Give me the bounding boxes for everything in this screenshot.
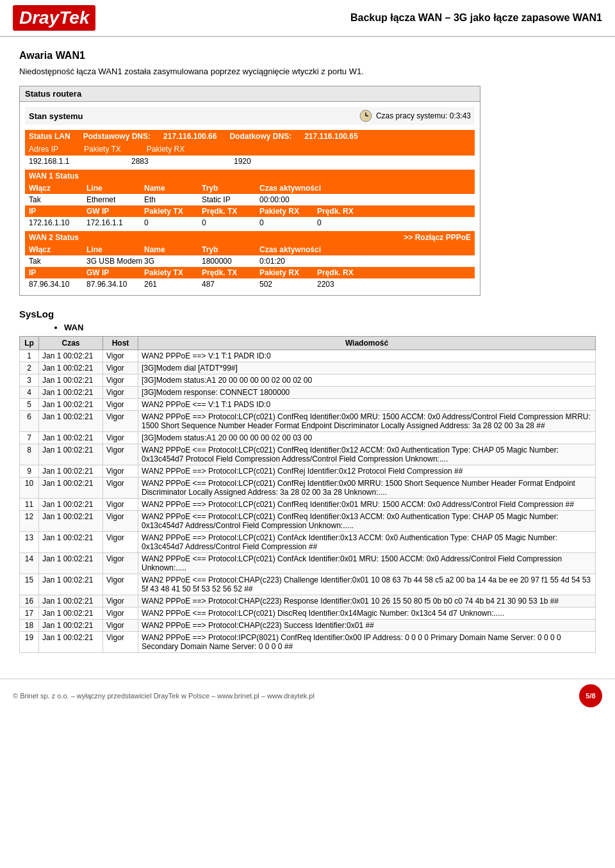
cell-czas: Jan 1 00:02:21: [39, 374, 103, 387]
cell-lp: 1: [20, 350, 39, 362]
wan2-wlacz-label: Włącz: [29, 245, 86, 254]
wan2-labels-row2: IP GW IP Pakiety TX Prędk. TX Pakiety RX…: [25, 267, 475, 278]
cell-czas: Jan 1 00:02:21: [39, 607, 103, 620]
pakiety-tx-header: Pakiety TX: [84, 145, 121, 154]
cell-lp: 13: [20, 532, 39, 553]
cell-czas: Jan 1 00:02:21: [39, 350, 103, 362]
wan1-labels-row: Włącz Line Name Tryb Czas aktywności: [25, 182, 475, 194]
wan2-name-val: 3G: [144, 257, 202, 266]
cell-msg: WAN2 PPPoE <== Protocol:LCP(c021) ConfRe…: [138, 478, 596, 499]
cell-czas: Jan 1 00:02:21: [39, 432, 103, 444]
cell-lp: 16: [20, 595, 39, 607]
wan1-header: WAN 1 Status: [25, 170, 475, 182]
wan1-labels-row2: IP GW IP Pakiety TX Prędk. TX Pakiety RX…: [25, 205, 475, 217]
primary-dns-value: 217.116.100.66: [163, 132, 217, 141]
status-lan-label: Status LAN: [29, 132, 70, 141]
cell-czas: Jan 1 00:02:21: [39, 478, 103, 499]
wan2-pakiety-tx-val: 261: [144, 280, 202, 289]
wan1-gw-ip-label: GW IP: [86, 207, 144, 216]
table-row: 8Jan 1 00:02:21VigorWAN2 PPPoE <== Proto…: [20, 444, 596, 465]
cell-msg: [3G]Modem status:A1 20 00 00 00 00 02 00…: [138, 432, 596, 444]
table-row: 10Jan 1 00:02:21VigorWAN2 PPPoE <== Prot…: [20, 478, 596, 499]
wan1-pakiety-rx-label: Pakiety RX: [259, 207, 317, 216]
cell-msg: WAN2 PPPoE <== Protocol:LCP(c021) ConfRe…: [138, 511, 596, 532]
cell-lp: 3: [20, 374, 39, 387]
wan2-tryb-val: 1800000: [202, 257, 259, 266]
logo-dray: Dray: [19, 8, 59, 28]
cell-host: Vigor: [103, 399, 138, 411]
wan1-name-val: Eth: [144, 195, 202, 204]
wan1-wlacz-label: Włącz: [29, 184, 86, 193]
cell-lp: 19: [20, 632, 39, 653]
wan2-labels-row: Włącz Line Name Tryb Czas aktywności: [25, 244, 475, 255]
section-awaria-title: Awaria WAN1: [19, 50, 596, 61]
cell-host: Vigor: [103, 499, 138, 511]
wan1-section: WAN 1 Status Włącz Line Name Tryb Czas a…: [25, 170, 475, 229]
secondary-dns-value: 217.116.100.65: [304, 132, 357, 141]
cell-host: Vigor: [103, 574, 138, 595]
wan1-pakiety-tx-label: Pakiety TX: [144, 207, 202, 216]
cell-msg: [3G]Modem response: CONNECT 1800000: [138, 387, 596, 399]
cell-lp: 2: [20, 362, 39, 374]
cell-host: Vigor: [103, 374, 138, 387]
cell-host: Vigor: [103, 478, 138, 499]
rozlacz-pppoe-label: >> Rozłącz PPPoE: [404, 233, 471, 242]
cell-host: Vigor: [103, 607, 138, 620]
cell-host: Vigor: [103, 553, 138, 574]
cell-lp: 10: [20, 478, 39, 499]
table-row: 9Jan 1 00:02:21VigorWAN2 PPPoE ==> Proto…: [20, 465, 596, 478]
wan2-line-val: 3G USB Modem: [86, 257, 144, 266]
cell-lp: 17: [20, 607, 39, 620]
cell-msg: WAN2 PPPoE ==> Protocol:CHAP(c223) Succe…: [138, 620, 596, 632]
logo: DrayTek: [13, 5, 95, 31]
secondary-dns-label: Dodatkowy DNS:: [229, 132, 291, 141]
wan2-name-label: Name: [144, 245, 202, 254]
wan1-czas-val: 00:00:00: [259, 195, 336, 204]
wan1-predk-rx-val: 0: [317, 218, 375, 227]
log-table: Lp Czas Host Wiadomość 1Jan 1 00:02:21Vi…: [19, 336, 596, 653]
table-row: 1Jan 1 00:02:21VigorWAN2 PPPoE ==> V:1 T…: [20, 350, 596, 362]
pakiety-rx-value: 1920: [234, 157, 251, 166]
cell-host: Vigor: [103, 632, 138, 653]
router-status-body: Stan systemu Czas pracy systemu: 0:3:43 …: [20, 102, 480, 295]
cell-msg: WAN2 PPPoE ==> Protocol:LCP(c021) ConfRe…: [138, 411, 596, 432]
cell-lp: 5: [20, 399, 39, 411]
table-row: 6Jan 1 00:02:21VigorWAN2 PPPoE ==> Proto…: [20, 411, 596, 432]
table-row: 4Jan 1 00:02:21Vigor[3G]Modem response: …: [20, 387, 596, 399]
wan1-values-row1: Tak Ethernet Eth Static IP 00:00:00: [25, 194, 475, 205]
wan1-header-label: WAN 1 Status: [29, 172, 79, 181]
page-header: DrayTek Backup łącza WAN – 3G jako łącze…: [0, 0, 615, 37]
cell-host: Vigor: [103, 511, 138, 532]
cell-lp: 15: [20, 574, 39, 595]
wan2-czas-val: 0:01:20: [259, 257, 336, 266]
wan2-predk-tx-label: Prędk. TX: [202, 268, 259, 277]
wan2-czas-label: Czas aktywności: [259, 245, 336, 254]
stan-systemu-label: Stan systemu: [29, 111, 83, 121]
intro-paragraph: Niedostępność łącza WAN1 została zasymul…: [19, 67, 596, 76]
uptime-section: Czas pracy systemu: 0:3:43: [359, 109, 471, 122]
col-header-lp: Lp: [20, 337, 39, 350]
wan1-gw-ip-val: 172.16.1.1: [86, 218, 144, 227]
wan1-pakiety-rx-val: 0: [259, 218, 317, 227]
table-row: 12Jan 1 00:02:21VigorWAN2 PPPoE <== Prot…: [20, 511, 596, 532]
col-header-msg: Wiadomość: [138, 337, 596, 350]
footer-text: © Brinet sp. z o.o. – wyłączny przedstaw…: [13, 692, 315, 700]
col-header-host: Host: [103, 337, 138, 350]
table-row: 16Jan 1 00:02:21VigorWAN2 PPPoE ==> Prot…: [20, 595, 596, 607]
cell-msg: WAN2 PPPoE ==> Protocol:LCP(c021) ConfAc…: [138, 532, 596, 553]
cell-lp: 18: [20, 620, 39, 632]
table-row: 17Jan 1 00:02:21VigorWAN2 PPPoE <== Prot…: [20, 607, 596, 620]
cell-msg: WAN2 PPPoE ==> Protocol:LCP(c021) ConfRe…: [138, 499, 596, 511]
cell-msg: WAN2 PPPoE ==> V:1 T:1 PADR ID:0: [138, 350, 596, 362]
page-footer: © Brinet sp. z o.o. – wyłączny przedstaw…: [0, 679, 615, 712]
wan2-header-label: WAN 2 Status: [29, 233, 79, 242]
cell-lp: 8: [20, 444, 39, 465]
wan-bullet-item: WAN: [64, 323, 596, 332]
cell-msg: WAN2 PPPoE ==> Protocol:IPCP(8021) ConfR…: [138, 632, 596, 653]
cell-msg: [3G]Modem dial [ATDT*99#]: [138, 362, 596, 374]
cell-czas: Jan 1 00:02:21: [39, 511, 103, 532]
cell-host: Vigor: [103, 465, 138, 478]
wan2-values-row2: 87.96.34.10 87.96.34.10 261 487 502 2203: [25, 278, 475, 290]
table-row: 18Jan 1 00:02:21VigorWAN2 PPPoE ==> Prot…: [20, 620, 596, 632]
col-header-czas: Czas: [39, 337, 103, 350]
